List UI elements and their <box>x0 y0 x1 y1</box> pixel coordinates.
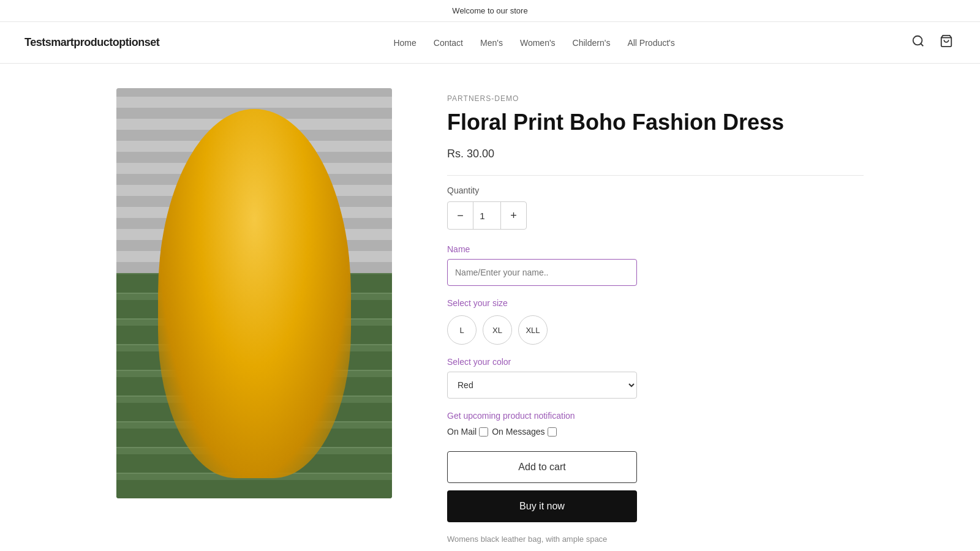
main-nav: Home Contact Men's Women's Childern's Al… <box>393 37 674 48</box>
name-input[interactable] <box>447 259 637 286</box>
color-label: Select your color <box>447 357 864 367</box>
on-messages-label: On Messages <box>492 427 545 437</box>
nav-item-contact[interactable]: Contact <box>434 37 463 48</box>
on-mail-checkbox[interactable] <box>479 427 488 437</box>
quantity-increase-button[interactable]: + <box>501 202 526 229</box>
nav-list: Home Contact Men's Women's Childern's Al… <box>393 37 674 48</box>
add-to-cart-button[interactable]: Add to cart <box>447 451 637 483</box>
quantity-input[interactable] <box>473 202 501 229</box>
quantity-label: Quantity <box>447 186 864 195</box>
color-select[interactable]: Red Blue Green Black White <box>447 372 637 399</box>
site-logo[interactable]: Testsmartproductoptionset <box>24 36 159 49</box>
main-content: PARTNERS-DEMO Floral Print Boho Fashion … <box>92 64 888 551</box>
search-button[interactable] <box>909 32 927 53</box>
header: Testsmartproductoptionset Home Contact M… <box>0 22 980 64</box>
nav-link-all-products[interactable]: All Product's <box>627 38 674 48</box>
product-image <box>116 88 392 498</box>
nav-link-childrens[interactable]: Childern's <box>573 38 611 48</box>
nav-item-mens[interactable]: Men's <box>480 37 503 48</box>
name-label: Name <box>447 244 864 254</box>
cart-button[interactable] <box>937 32 956 53</box>
nav-item-womens[interactable]: Women's <box>520 37 556 48</box>
product-image-section <box>116 88 410 544</box>
product-description: Womens black leather bag, with ample spa… <box>447 534 864 544</box>
nav-item-all-products[interactable]: All Product's <box>627 37 674 48</box>
product-photo-person <box>158 109 351 478</box>
nav-item-childrens[interactable]: Childern's <box>573 37 611 48</box>
quantity-decrease-button[interactable]: − <box>448 202 473 229</box>
cart-icon <box>940 34 953 48</box>
nav-link-womens[interactable]: Women's <box>520 38 556 48</box>
nav-link-mens[interactable]: Men's <box>480 38 503 48</box>
size-button-xll[interactable]: XLL <box>518 315 548 345</box>
product-title: Floral Print Boho Fashion Dress <box>447 109 864 135</box>
product-price: Rs. 30.00 <box>447 148 864 160</box>
nav-link-home[interactable]: Home <box>393 38 416 48</box>
notification-link[interactable]: Get upcoming product notification <box>447 411 864 421</box>
size-label: Select your size <box>447 298 864 308</box>
header-icons <box>909 32 956 53</box>
on-mail-label: On Mail <box>447 427 477 437</box>
product-details: PARTNERS-DEMO Floral Print Boho Fashion … <box>447 88 864 544</box>
banner-text: Welcome to our store <box>452 6 527 15</box>
quantity-control: − + <box>447 201 527 230</box>
top-banner: Welcome to our store <box>0 0 980 22</box>
nav-item-home[interactable]: Home <box>393 37 416 48</box>
on-mail-group: On Mail <box>447 427 488 437</box>
product-brand: PARTNERS-DEMO <box>447 94 864 103</box>
size-button-xl[interactable]: XL <box>483 315 512 345</box>
svg-line-1 <box>921 43 923 46</box>
buy-now-button[interactable]: Buy it now <box>447 490 637 522</box>
on-messages-checkbox[interactable] <box>548 427 557 437</box>
size-button-l[interactable]: L <box>447 315 477 345</box>
on-messages-group: On Messages <box>492 427 556 437</box>
nav-link-contact[interactable]: Contact <box>434 38 463 48</box>
search-icon <box>911 34 925 48</box>
size-options: L XL XLL <box>447 315 864 345</box>
notification-checkboxes: On Mail On Messages <box>447 427 864 437</box>
svg-point-0 <box>913 36 922 45</box>
divider-1 <box>447 175 864 176</box>
